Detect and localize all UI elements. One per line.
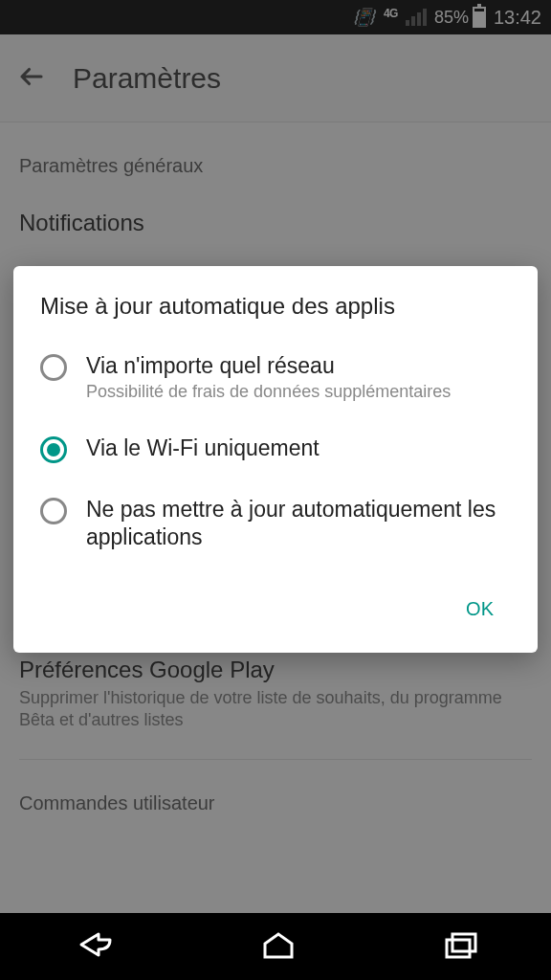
screen: 📳 4G 85% 13:42 Paramètres Paramètres gén… bbox=[0, 0, 551, 980]
dialog-title: Mise à jour automatique des applis bbox=[40, 293, 511, 320]
navigation-bar bbox=[0, 913, 551, 980]
option-wifi-only[interactable]: Via le Wi-Fi uniquement bbox=[40, 434, 511, 463]
svg-rect-0 bbox=[447, 940, 470, 957]
dialog-actions: OK bbox=[40, 583, 511, 645]
radio-unchecked-icon bbox=[40, 498, 67, 524]
svg-rect-1 bbox=[452, 934, 475, 951]
nav-recents-icon[interactable] bbox=[441, 928, 479, 965]
option-any-network[interactable]: Via n'importe quel réseau Possibilité de… bbox=[40, 352, 511, 402]
option-label: Ne pas mettre à jour automatiquement les… bbox=[86, 496, 511, 551]
radio-checked-icon bbox=[40, 436, 67, 463]
ok-button[interactable]: OK bbox=[454, 590, 505, 628]
option-no-update[interactable]: Ne pas mettre à jour automatiquement les… bbox=[40, 496, 511, 551]
nav-home-icon[interactable] bbox=[259, 928, 298, 965]
nav-back-icon[interactable] bbox=[72, 928, 116, 965]
option-label: Via n'importe quel réseau bbox=[86, 352, 451, 380]
option-sublabel: Possibilité de frais de données suppléme… bbox=[86, 382, 451, 402]
option-label: Via le Wi-Fi uniquement bbox=[86, 434, 320, 462]
radio-unchecked-icon bbox=[40, 354, 67, 381]
auto-update-dialog: Mise à jour automatique des applis Via n… bbox=[13, 266, 538, 653]
